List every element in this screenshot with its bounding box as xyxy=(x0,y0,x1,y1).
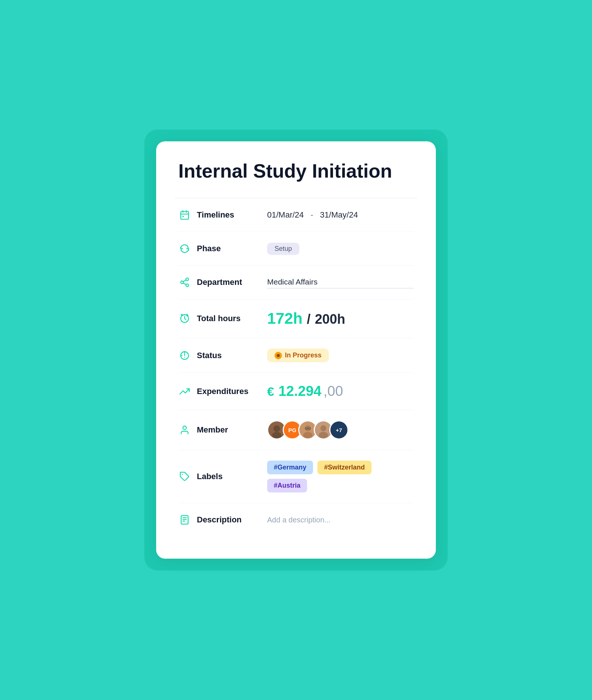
share-icon xyxy=(178,276,191,289)
svg-line-9 xyxy=(183,280,186,282)
main-card: Internal Study Initiation Timelines 01/M… xyxy=(156,141,436,559)
phase-value: Setup xyxy=(267,243,414,255)
status-dot-icon xyxy=(275,352,282,359)
label-tags: #Germany #Switzerland #Austria xyxy=(267,461,414,492)
description-row: Description Add a description... xyxy=(178,503,414,536)
status-text: In Progress xyxy=(285,351,322,359)
hours-used: 172h xyxy=(267,310,303,327)
labels-row: Labels #Germany #Switzerland #Austria xyxy=(178,450,414,503)
status-icon xyxy=(178,349,191,362)
total-hours-label: Total hours xyxy=(197,314,240,323)
clock-icon xyxy=(178,312,191,325)
svg-point-17 xyxy=(183,426,186,430)
svg-point-23 xyxy=(303,432,313,438)
total-hours-label-group: Total hours xyxy=(178,312,267,325)
labels-label: Labels xyxy=(197,472,223,481)
timelines-row: Timelines 01/Mar/24 - 31/May/24 xyxy=(178,198,414,232)
svg-point-19 xyxy=(273,425,280,432)
timelines-label: Timelines xyxy=(197,210,234,220)
description-value[interactable]: Add a description... xyxy=(267,516,414,524)
department-row: Department xyxy=(178,266,414,299)
svg-rect-0 xyxy=(181,212,189,219)
department-label: Department xyxy=(197,277,242,287)
labels-value: #Germany #Switzerland #Austria xyxy=(267,461,414,492)
timelines-value: 01/Mar/24 - 31/May/24 xyxy=(267,210,414,220)
member-avatars: PG xyxy=(267,420,414,440)
expenditures-label: Expenditures xyxy=(197,387,248,396)
hours-total: 200h xyxy=(315,312,345,327)
status-label-group: Status xyxy=(178,349,267,362)
phase-icon xyxy=(178,242,191,255)
currency-symbol: € xyxy=(267,384,274,398)
total-hours-row: Total hours 172h / 200h xyxy=(178,299,414,338)
member-label: Member xyxy=(197,425,228,435)
status-row: Status In Progress xyxy=(178,338,414,373)
phase-label: Phase xyxy=(197,244,221,253)
svg-point-20 xyxy=(272,432,282,438)
description-label: Description xyxy=(197,515,242,525)
department-input[interactable] xyxy=(267,276,414,289)
calendar-icon xyxy=(178,209,191,221)
avatar-group: PG xyxy=(267,420,414,440)
phase-label-group: Phase xyxy=(178,242,267,255)
expenditures-main: 12.294 xyxy=(278,383,321,399)
label-switzerland[interactable]: #Switzerland xyxy=(317,461,371,474)
phase-badge[interactable]: Setup xyxy=(267,243,299,255)
tag-icon xyxy=(178,470,191,483)
doc-icon xyxy=(178,514,191,526)
total-hours-value: 172h / 200h xyxy=(267,310,414,327)
svg-point-29 xyxy=(319,432,328,438)
expenditures-row: Expenditures € 12.294 ,00 xyxy=(178,373,414,410)
page-title: Internal Study Initiation xyxy=(178,161,414,182)
description-label-group: Description xyxy=(178,514,267,526)
department-value[interactable] xyxy=(267,276,414,289)
timelines-label-group: Timelines xyxy=(178,209,267,221)
phase-row: Phase Setup xyxy=(178,232,414,266)
status-value: In Progress xyxy=(267,349,414,362)
outer-background: Internal Study Initiation Timelines 01/M… xyxy=(144,129,448,571)
description-placeholder[interactable]: Add a description... xyxy=(267,516,330,524)
member-row: Member PG xyxy=(178,410,414,450)
status-badge[interactable]: In Progress xyxy=(267,349,329,362)
member-label-group: Member xyxy=(178,424,267,436)
svg-point-28 xyxy=(320,425,326,431)
department-label-group: Department xyxy=(178,276,267,289)
status-label: Status xyxy=(197,351,222,360)
label-germany[interactable]: #Germany xyxy=(267,461,313,474)
hours-separator: / xyxy=(307,312,310,327)
label-austria[interactable]: #Austria xyxy=(267,479,307,492)
expenditures-cents: ,00 xyxy=(323,383,343,399)
trend-icon xyxy=(178,385,191,398)
svg-line-8 xyxy=(183,283,186,285)
avatar-more[interactable]: +7 xyxy=(329,420,349,440)
labels-label-group: Labels xyxy=(178,470,267,483)
svg-rect-4 xyxy=(182,216,184,217)
expenditures-label-group: Expenditures xyxy=(178,385,267,398)
user-icon xyxy=(178,424,191,436)
expenditures-value: € 12.294 ,00 xyxy=(267,383,414,399)
